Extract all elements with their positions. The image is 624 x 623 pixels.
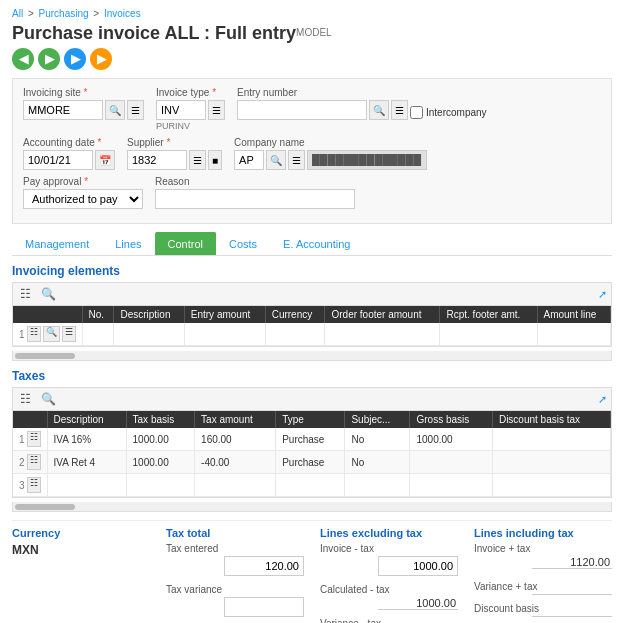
nav-back-icon[interactable]: ◀ [12,48,34,70]
invoice-tax-incl-label: Invoice + tax [474,543,612,554]
ie-row1-desc [114,323,184,346]
accounting-date-input-group: 📅 [23,150,115,170]
action-blue-icon[interactable]: ▶ [64,48,86,70]
tax-variance-input[interactable] [224,597,304,617]
ie-col-order-footer: Order footer amount [325,306,440,323]
form-section: Invoicing site * 🔍 ☰ Invoice type * ☰ PU… [12,78,612,224]
ie-row-1: 1 ☷ 🔍 ☰ [13,323,611,346]
tax-total-col: Tax total Tax entered Tax variance [166,527,304,623]
ie-row1-detail-btn[interactable]: ☰ [62,326,76,342]
tax-row3-amount [195,474,276,497]
entry-number-detail-btn[interactable]: ☰ [391,100,408,120]
invoice-tax-excl-label: Invoice - tax [320,543,458,554]
taxes-table-wrapper: Description Tax basis Tax amount Type Su… [12,410,612,498]
tab-control[interactable]: Control [155,232,216,255]
tax-entered-input[interactable] [224,556,304,576]
invoicing-site-label: Invoicing site * [23,87,144,98]
reason-input[interactable] [155,189,355,209]
tab-e-accounting[interactable]: E. Accounting [270,232,363,255]
tax-scrollbar[interactable] [12,502,612,512]
tax-row3-subject [345,474,410,497]
tax-grid-icon[interactable]: ☷ [17,391,34,407]
tax-search-icon[interactable]: 🔍 [38,391,59,407]
tax-row2-subject: No [345,451,410,474]
ie-grid-icon[interactable]: ☷ [17,286,34,302]
tax-row3-grid-btn[interactable]: ☷ [27,477,41,493]
breadcrumb-invoices[interactable]: Invoices [104,8,141,19]
reason-group: Reason [155,176,601,209]
accounting-date-label: Accounting date * [23,137,115,148]
invoicing-site-search-btn[interactable]: 🔍 [105,100,125,120]
ie-scrollbar[interactable] [12,351,612,361]
ie-row1-grid-btn[interactable]: ☷ [27,326,41,342]
tax-row2-discount [492,451,610,474]
invoicing-elements-table-wrapper: No. Description Entry amount Currency Or… [12,305,612,347]
tab-lines[interactable]: Lines [102,232,154,255]
nav-forward-icon[interactable]: ▶ [38,48,60,70]
page-title: Purchase invoice ALL : Full entry [12,23,296,44]
accounting-date-calendar-btn[interactable]: 📅 [95,150,115,170]
invoice-tax-excl-input[interactable] [378,556,458,576]
supplier-input[interactable] [127,150,187,170]
model-label: MODEL [296,27,332,38]
intercompany-checkbox[interactable] [410,106,423,119]
company-name-group: Company name 🔍 ☰ [234,137,601,170]
supplier-label: Supplier * [127,137,222,148]
invoice-type-detail-btn[interactable]: ☰ [208,100,225,120]
form-row-3: Pay approval * Authorized to pay Reason [23,176,601,209]
ie-search-icon[interactable]: 🔍 [38,286,59,302]
form-row-2: Accounting date * 📅 Supplier * ☰ ■ Com [23,137,601,170]
ie-col-amount-line: Amount line [537,306,611,323]
invoicing-site-detail-btn[interactable]: ☰ [127,100,144,120]
variance-tax-incl-label: Variance + tax [474,581,612,592]
company-name-search-btn[interactable]: 🔍 [266,150,286,170]
entry-number-input[interactable] [237,100,367,120]
ie-row1-rcpt-footer [440,323,537,346]
accounting-date-input[interactable] [23,150,93,170]
invoice-type-sub: PURINV [156,121,225,131]
ie-scrollbar-thumb [15,353,75,359]
tax-variance-label: Tax variance [166,584,304,595]
tax-expand-icon[interactable]: ➚ [598,393,607,406]
entry-number-label: Entry number [237,87,601,98]
company-name-input[interactable] [234,150,264,170]
company-name-text-input[interactable] [307,150,427,170]
tax-col-subject: Subjec... [345,411,410,428]
tax-row-1: 1 ☷ IVA 16% 1000.00 160.00 Purchase No 1… [13,428,611,451]
tax-row2-grid-btn[interactable]: ☷ [27,454,41,470]
entry-number-input-group: 🔍 ☰ Intercompany [237,100,601,120]
tax-row1-basis: 1000.00 [126,428,195,451]
tax-row3-actions: 3 ☷ [13,474,47,497]
pay-approval-select[interactable]: Authorized to pay [23,189,143,209]
ie-expand-icon[interactable]: ➚ [598,288,607,301]
tax-col-discount: Discount basis tax [492,411,610,428]
supplier-search-btn[interactable]: ☰ [189,150,206,170]
supplier-detail-btn[interactable]: ■ [208,150,222,170]
invoice-type-input[interactable] [156,100,206,120]
tab-bar: Management Lines Control Costs E. Accoun… [12,232,612,256]
discount-basis-label: Discount basis [474,603,612,614]
ie-row1-search-btn[interactable]: 🔍 [43,326,60,342]
breadcrumb-purchasing[interactable]: Purchasing [39,8,89,19]
action-orange-icon[interactable]: ▶ [90,48,112,70]
tab-costs[interactable]: Costs [216,232,270,255]
tax-col-empty [13,411,47,428]
lines-incl-tax-col: Lines including tax Invoice + tax 1120.0… [474,527,612,623]
invoicing-site-input[interactable] [23,100,103,120]
invoice-tax-incl-value: 1120.00 [532,556,612,569]
calculated-tax-label: Calculated - tax [320,584,458,595]
ie-row1-currency [265,323,325,346]
entry-number-search-btn[interactable]: 🔍 [369,100,389,120]
tax-total-title: Tax total [166,527,304,539]
ie-col-entry-amount: Entry amount [184,306,265,323]
company-name-detail-btn[interactable]: ☰ [288,150,305,170]
company-name-input-group: 🔍 ☰ [234,150,601,170]
breadcrumb-all[interactable]: All [12,8,23,19]
tab-management[interactable]: Management [12,232,102,255]
entry-number-group: Entry number 🔍 ☰ Intercompany [237,87,601,120]
lines-excl-tax-col: Lines excluding tax Invoice - tax Calcul… [320,527,458,623]
summary-section: Currency MXN Tax total Tax entered Tax v… [12,520,612,623]
tax-row1-grid-btn[interactable]: ☷ [27,431,41,447]
invoicing-elements-table: No. Description Entry amount Currency Or… [13,306,611,346]
lines-incl-title: Lines including tax [474,527,612,539]
